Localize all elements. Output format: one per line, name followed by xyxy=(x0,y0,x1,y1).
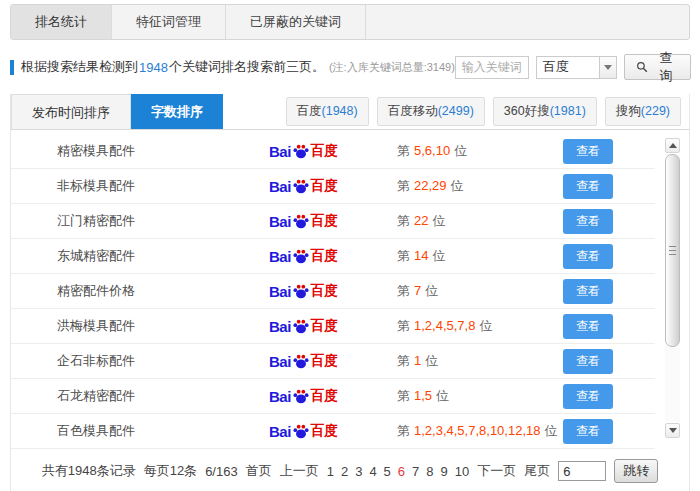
baidu-logo-cjk: 百度 xyxy=(311,282,338,300)
baidu-logo: Bai百度 xyxy=(269,387,397,405)
search-area: 百度 查 询 xyxy=(455,54,691,80)
summary-count: 1948 xyxy=(139,60,168,75)
pagination-jump-input[interactable] xyxy=(558,461,606,481)
view-button[interactable]: 查看 xyxy=(563,384,613,409)
rank-prefix: 第 xyxy=(397,213,410,228)
rank-prefix: 第 xyxy=(397,283,410,298)
scrollbar-track[interactable] xyxy=(665,154,680,422)
tab-sort-by-wordcount[interactable]: 字数排序 xyxy=(131,94,223,129)
summary-accent-bar xyxy=(10,60,14,75)
scrollbar-thumb[interactable] xyxy=(665,154,680,347)
tab-blocked-keywords[interactable]: 已屏蔽的关键词 xyxy=(226,5,366,39)
rank-prefix: 第 xyxy=(397,178,410,193)
pagination-page-5[interactable]: 5 xyxy=(384,464,391,479)
summary-row: 根据搜索结果检测到 1948 个关键词排名搜索前三页。 (注:入库关键词总量:3… xyxy=(10,52,690,82)
view-button[interactable]: 查看 xyxy=(563,174,613,199)
view-button[interactable]: 查看 xyxy=(563,419,613,444)
rank-positions: 7 xyxy=(414,283,421,298)
keyword-label: 洪梅模具配件 xyxy=(57,317,269,335)
baidu-logo-latin: Bai xyxy=(269,178,291,195)
table-row: 江门精密配件Bai百度第22位查看 xyxy=(11,204,655,239)
engine-filter-button[interactable]: 百度移动(2499) xyxy=(377,97,485,126)
pagination-next-link[interactable]: 下一页 xyxy=(477,462,516,480)
keyword-label: 企石非标配件 xyxy=(57,352,269,370)
rank-text: 第14位 xyxy=(397,247,563,265)
engine-filter-count: (229) xyxy=(641,104,670,118)
view-button[interactable]: 查看 xyxy=(563,314,613,339)
keyword-search-input[interactable] xyxy=(455,56,529,79)
rank-positions: 22,29 xyxy=(414,178,447,193)
scrollbar-down-button[interactable] xyxy=(665,423,680,438)
rank-positions: 22 xyxy=(414,213,428,228)
keyword-list: 精密模具配件Bai百度第5,6,10位查看非标模具配件Bai百度第22,29位查… xyxy=(11,130,655,449)
baidu-logo: Bai百度 xyxy=(269,282,397,300)
baidu-logo: Bai百度 xyxy=(269,247,397,265)
rank-prefix: 第 xyxy=(397,353,410,368)
table-row: 东城精密配件Bai百度第14位查看 xyxy=(11,239,655,274)
engine-filter-button[interactable]: 百度(1948) xyxy=(286,97,369,126)
engine-filter-button[interactable]: 搜狗(229) xyxy=(605,97,681,126)
engine-filter-button[interactable]: 360好搜(1981) xyxy=(493,97,597,126)
table-row: 百色模具配件Bai百度第1,2,3,4,5,7,8,10,12,18位查看 xyxy=(11,414,655,449)
baidu-logo-latin: Bai xyxy=(269,423,291,440)
engine-filter-label: 百度移动 xyxy=(388,104,438,118)
pagination-page-10[interactable]: 10 xyxy=(455,464,469,479)
baidu-logo-cjk: 百度 xyxy=(311,317,338,335)
keyword-label: 江门精密配件 xyxy=(57,212,269,230)
baidu-paw-icon xyxy=(293,389,309,404)
pagination-page-4[interactable]: 4 xyxy=(369,464,376,479)
pagination-first-link[interactable]: 首页 xyxy=(246,462,272,480)
keyword-label: 非标模具配件 xyxy=(57,177,269,195)
pagination-page-1[interactable]: 1 xyxy=(327,464,334,479)
rank-text: 第1,2,3,4,5,7,8,10,12,18位 xyxy=(397,422,563,440)
select-arrow-box[interactable] xyxy=(599,57,616,78)
scrollbar-up-button[interactable] xyxy=(665,138,680,153)
pagination-page-6[interactable]: 6 xyxy=(398,464,405,479)
baidu-logo-latin: Bai xyxy=(269,318,291,335)
baidu-logo-cjk: 百度 xyxy=(311,352,338,370)
baidu-logo-latin: Bai xyxy=(269,143,291,160)
pagination-page-9[interactable]: 9 xyxy=(441,464,448,479)
view-button[interactable]: 查看 xyxy=(563,139,613,164)
baidu-logo: Bai百度 xyxy=(269,212,397,230)
baidu-paw-icon xyxy=(293,284,309,299)
rank-suffix: 位 xyxy=(425,283,438,298)
pagination-page-3[interactable]: 3 xyxy=(355,464,362,479)
rank-prefix: 第 xyxy=(397,248,410,263)
baidu-logo: Bai百度 xyxy=(269,352,397,370)
pagination-jump-button[interactable]: 跳转 xyxy=(614,459,658,483)
summary-note: (注:入库关键词总量:3149) xyxy=(329,60,455,75)
keyword-label: 精密模具配件 xyxy=(57,142,269,160)
baidu-logo-cjk: 百度 xyxy=(311,142,338,160)
list-scrollbar[interactable] xyxy=(665,138,680,438)
view-button[interactable]: 查看 xyxy=(563,279,613,304)
pagination-per-page: 每页12条 xyxy=(144,462,197,480)
keyword-label: 东城精密配件 xyxy=(57,247,269,265)
pagination-last-link[interactable]: 尾页 xyxy=(524,462,550,480)
rank-text: 第7位 xyxy=(397,282,563,300)
baidu-logo-latin: Bai xyxy=(269,213,291,230)
tab-ranking-stats[interactable]: 排名统计 xyxy=(11,5,112,39)
pagination-page-2[interactable]: 2 xyxy=(341,464,348,479)
rank-suffix: 位 xyxy=(454,143,467,158)
baidu-logo-cjk: 百度 xyxy=(311,177,338,195)
baidu-logo: Bai百度 xyxy=(269,317,397,335)
engine-select[interactable]: 百度 xyxy=(536,56,617,79)
baidu-paw-icon xyxy=(293,354,309,369)
baidu-paw-icon xyxy=(293,319,309,334)
view-button[interactable]: 查看 xyxy=(563,209,613,234)
tab-sort-by-date[interactable]: 发布时间排序 xyxy=(11,94,131,129)
pagination-page-8[interactable]: 8 xyxy=(426,464,433,479)
rank-suffix: 位 xyxy=(436,388,449,403)
tab-feature-words[interactable]: 特征词管理 xyxy=(112,5,226,39)
pagination-prev-link[interactable]: 上一页 xyxy=(280,462,319,480)
table-row: 企石非标配件Bai百度第1位查看 xyxy=(11,344,655,379)
view-button[interactable]: 查看 xyxy=(563,244,613,269)
rank-prefix: 第 xyxy=(397,423,410,438)
view-button[interactable]: 查看 xyxy=(563,349,613,374)
search-icon xyxy=(636,60,648,74)
table-row: 精密配件价格Bai百度第7位查看 xyxy=(11,274,655,309)
rank-text: 第5,6,10位 xyxy=(397,142,563,160)
query-button[interactable]: 查 询 xyxy=(624,54,691,80)
pagination-page-7[interactable]: 7 xyxy=(412,464,419,479)
